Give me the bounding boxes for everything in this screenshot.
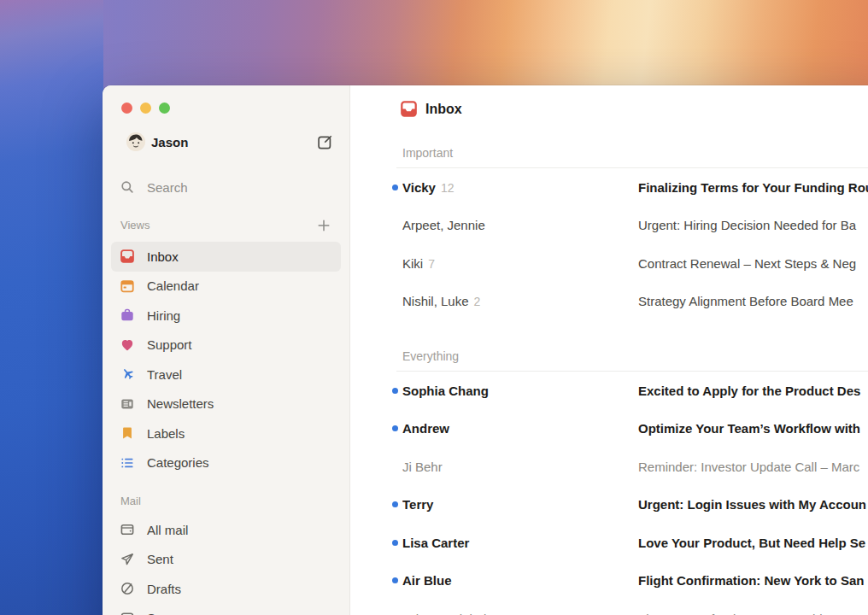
email-subject: Urgent: Login Issues with My Accoun <box>638 497 868 512</box>
all-mail-icon <box>120 523 134 536</box>
compose-button[interactable] <box>317 134 333 150</box>
unread-dot-icon <box>392 501 398 507</box>
views-list: Inbox Calendar Hiring Support Travel New… <box>111 242 341 477</box>
section-label: Everything <box>350 349 868 363</box>
email-sender: Andrew <box>402 421 449 436</box>
email-sender: Kiki <box>402 256 423 271</box>
heart-icon <box>120 338 134 352</box>
views-label: Views <box>120 219 150 231</box>
drafts-icon <box>120 582 134 595</box>
close-window-button[interactable] <box>121 102 132 114</box>
sidebar-item-spam[interactable]: Spam <box>111 604 341 615</box>
sidebar-item-label: Labels <box>147 426 185 441</box>
briefcase-icon <box>120 308 134 322</box>
section-label: Important <box>350 146 868 160</box>
sidebar-item-label: Categories <box>147 455 209 470</box>
unread-dot-icon <box>392 425 398 431</box>
email-section: Important Vicky 12 Finalizing Terms for … <box>350 146 868 320</box>
add-view-button[interactable] <box>317 219 331 232</box>
sidebar-item-label: Support <box>147 337 192 352</box>
email-row[interactable]: Air Blue Flight Confirmation: New York t… <box>350 562 868 600</box>
email-section: Everything Sophia Chang Excited to Apply… <box>350 349 868 615</box>
sidebar-item-newsletters[interactable]: Newsletters <box>111 390 341 419</box>
mail-app-window: Jason Search Views Inbox Calendar Hiring… <box>103 85 868 615</box>
thread-count: 12 <box>441 181 455 195</box>
inbox-icon <box>120 249 134 263</box>
mail-list: All mail Sent Drafts Spam <box>111 515 341 615</box>
window-controls <box>111 102 341 114</box>
sidebar-item-label: Travel <box>147 367 182 382</box>
email-subject: The Power of AI in Company This W <box>638 612 868 615</box>
unread-dot-icon <box>392 388 398 394</box>
mail-section-head: Mail <box>111 494 341 508</box>
email-row[interactable]: Ji Behr Reminder: Investor Update Call –… <box>350 448 868 486</box>
email-subject: Flight Confirmation: New York to San <box>638 573 868 588</box>
email-subject: Contract Renewal – Next Steps & Neg <box>638 256 868 271</box>
email-row[interactable]: Johan Aminjad The Power of AI in Company… <box>350 600 868 615</box>
avatar-face-icon <box>126 132 145 151</box>
email-sender: Air Blue <box>402 573 452 588</box>
sidebar-item-label: Spam <box>147 611 180 615</box>
zoom-window-button[interactable] <box>159 102 170 114</box>
sidebar-item-categories[interactable]: Categories <box>111 448 341 478</box>
sidebar-item-all-mail[interactable]: All mail <box>111 515 341 545</box>
sidebar-item-inbox[interactable]: Inbox <box>111 242 341 272</box>
thread-count: 2 <box>474 295 481 308</box>
sidebar-item-hiring[interactable]: Hiring <box>111 301 341 331</box>
minimize-window-button[interactable] <box>140 102 151 114</box>
compose-icon <box>317 134 333 150</box>
email-row[interactable]: Andrew Optimize Your Team’s Workflow wit… <box>350 410 868 448</box>
sidebar-item-label: Hiring <box>147 308 180 323</box>
sidebar-item-label: Inbox <box>147 249 179 264</box>
mail-label: Mail <box>120 495 141 507</box>
email-row[interactable]: Nishil, Luke 2 Strategy Alignment Before… <box>350 283 868 321</box>
email-sections: Important Vicky 12 Finalizing Terms for … <box>350 146 868 615</box>
newspaper-icon <box>120 397 134 411</box>
email-row[interactable]: Terry Urgent: Login Issues with My Accou… <box>350 486 868 524</box>
sidebar-item-label: Calendar <box>147 278 199 293</box>
search-icon <box>120 180 134 194</box>
email-row[interactable]: Vicky 12 Finalizing Terms for Your Fundi… <box>350 168 868 207</box>
email-subject: Strategy Alignment Before Board Mee <box>638 294 868 308</box>
avatar <box>126 132 145 151</box>
email-subject: Reminder: Investor Update Call – Marc <box>638 460 868 474</box>
page-title: Inbox <box>425 102 462 117</box>
inbox-icon <box>401 101 417 117</box>
calendar-icon <box>120 279 134 293</box>
email-subject: Optimize Your Team’s Workflow with <box>638 421 868 436</box>
sidebar-item-label: Drafts <box>147 582 181 596</box>
sidebar-item-labels[interactable]: Labels <box>111 419 341 448</box>
unread-dot-icon <box>392 184 398 190</box>
email-row[interactable]: Sophia Chang Excited to Apply for the Pr… <box>350 372 868 410</box>
sidebar-item-sent[interactable]: Sent <box>111 545 341 575</box>
email-sender: Terry <box>402 497 433 512</box>
email-sender: Johan Aminjad <box>402 612 486 615</box>
sidebar-item-calendar[interactable]: Calendar <box>111 272 341 302</box>
unread-dot-icon <box>392 540 398 546</box>
email-row[interactable]: Kiki 7 Contract Renewal – Next Steps & N… <box>350 244 868 283</box>
plus-icon <box>317 219 331 232</box>
inbox-pane: Inbox Important Vicky 12 Finalizing Term… <box>350 85 868 615</box>
search-label: Search <box>147 180 188 195</box>
sidebar-item-label: All mail <box>147 523 188 537</box>
thread-count: 7 <box>428 257 435 271</box>
search-button[interactable]: Search <box>111 178 341 196</box>
email-sender: Nishil, Luke <box>402 294 469 308</box>
profile-row[interactable]: Jason <box>111 132 341 151</box>
sidebar-item-support[interactable]: Support <box>111 331 341 360</box>
email-sender: Vicky <box>402 180 436 195</box>
sidebar-item-label: Newsletters <box>147 396 214 411</box>
sidebar: Jason Search Views Inbox Calendar Hiring… <box>103 85 350 615</box>
list-icon <box>120 456 134 470</box>
unread-dot-icon <box>392 577 398 583</box>
views-section-head: Views <box>111 218 341 232</box>
email-sender: Sophia Chang <box>402 384 489 398</box>
send-icon <box>120 553 134 566</box>
email-sender: Arpeet, Jennie <box>402 218 485 232</box>
email-row[interactable]: Arpeet, Jennie Urgent: Hiring Decision N… <box>350 207 868 245</box>
spam-icon <box>120 612 134 615</box>
email-subject: Urgent: Hiring Decision Needed for Ba <box>638 218 868 232</box>
sidebar-item-travel[interactable]: Travel <box>111 360 341 390</box>
email-row[interactable]: Lisa Carter Love Your Product, But Need … <box>350 524 868 562</box>
sidebar-item-drafts[interactable]: Drafts <box>111 574 341 604</box>
